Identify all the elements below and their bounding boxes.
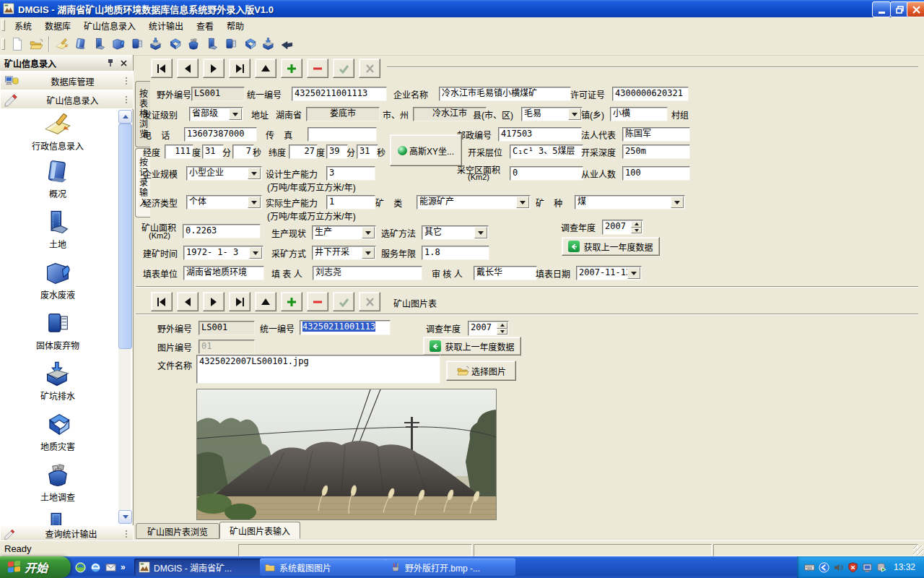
fill-unit-input[interactable]: 湖南省地质环境: [183, 266, 264, 280]
mail-icon[interactable]: [105, 562, 116, 573]
menu-mine-info-entry[interactable]: 矿山信息录入: [77, 17, 142, 34]
keyboard-icon[interactable]: [804, 562, 815, 573]
cert-level-select[interactable]: 省部级: [189, 107, 243, 121]
nav-add-button[interactable]: [281, 59, 302, 78]
pic-nav-confirm-button[interactable]: [333, 292, 354, 311]
lat-sec-input[interactable]: 31: [357, 144, 378, 159]
menu-help[interactable]: 帮助: [220, 17, 250, 34]
design-capacity-input[interactable]: 3: [326, 166, 375, 181]
scroll-up-icon[interactable]: [118, 110, 132, 124]
toolbar-box-button[interactable]: [259, 35, 278, 53]
toolbar-overview-button[interactable]: [71, 35, 90, 53]
nav-delete-button[interactable]: [307, 59, 328, 78]
town-input[interactable]: 小横: [610, 107, 668, 121]
internet-explorer-icon[interactable]: [90, 562, 101, 573]
actual-capacity-input[interactable]: 1: [326, 195, 375, 210]
toolbar-export-button[interactable]: [278, 35, 297, 53]
toolbar-new-button[interactable]: [8, 35, 27, 53]
tray-clock[interactable]: 13:32: [894, 562, 915, 572]
spinner-icons[interactable]: [497, 322, 507, 335]
nav-prev-button[interactable]: [177, 59, 199, 78]
mine-area-input[interactable]: 0.2263: [183, 224, 261, 238]
auditor-input[interactable]: 戴长华: [474, 266, 537, 280]
enterprise-name-input[interactable]: 冷水江市毛易镇小横煤矿: [439, 87, 571, 101]
dropdown-icon[interactable]: [362, 227, 375, 238]
nav-cancel-button[interactable]: [359, 59, 380, 78]
security-shield-icon[interactable]: [847, 562, 858, 573]
dropdown-icon[interactable]: [627, 267, 640, 279]
service-life-input[interactable]: 1.8: [422, 246, 489, 260]
sidebar-group-query-stats[interactable]: 查询统计输出: [0, 525, 134, 542]
taskbar-task-dmgis[interactable]: DMGIS - 湖南省矿...: [134, 558, 264, 576]
scroll-down-icon[interactable]: [118, 510, 132, 524]
pic-nav-top-button[interactable]: [255, 292, 276, 311]
sidebar-item-overview[interactable]: 概况: [0, 158, 116, 199]
fax-input[interactable]: [308, 127, 377, 142]
toolbar-stats-button[interactable]: [203, 35, 222, 53]
toolbar-land-survey-button[interactable]: [184, 35, 203, 53]
dropdown-icon[interactable]: [568, 108, 581, 120]
spinner-icons[interactable]: [631, 221, 642, 233]
sidebar-scrollbar[interactable]: [118, 110, 131, 524]
menu-stats-output[interactable]: 统计输出: [142, 17, 190, 34]
fill-date-select[interactable]: 2007-11-13: [576, 266, 642, 280]
toolbar-solid-waste-button[interactable]: [128, 35, 147, 53]
sidebar-item-solid-waste[interactable]: 固体废弃物: [0, 309, 116, 351]
pin-icon[interactable]: [105, 57, 116, 69]
close-button[interactable]: [907, 1, 924, 17]
dropdown-icon[interactable]: [229, 108, 242, 120]
messenger-icon[interactable]: [75, 562, 86, 573]
sidebar-group-database[interactable]: 数据库管理: [0, 71, 134, 91]
file-name-input[interactable]: 4325022007LS00101.jpg: [196, 355, 440, 384]
dropdown-icon[interactable]: [516, 197, 529, 208]
mineral-class-select[interactable]: 能源矿产: [417, 195, 531, 210]
resize-grip[interactable]: [913, 545, 923, 556]
taskbar-task-paint[interactable]: 野外版打开.bmp -...: [385, 558, 515, 576]
phone-input[interactable]: 13607387000: [184, 127, 257, 142]
choose-picture-button[interactable]: 选择图片: [446, 361, 516, 381]
production-status-select[interactable]: 生产: [312, 225, 376, 240]
dropdown-icon[interactable]: [249, 247, 262, 259]
lon-min-input[interactable]: 31: [202, 144, 224, 159]
pic-nav-next-button[interactable]: [203, 292, 225, 311]
dropdown-icon[interactable]: [248, 197, 261, 208]
dropdown-icon[interactable]: [474, 227, 487, 238]
toolbar-wastewater-button[interactable]: [109, 35, 128, 53]
tab-picture-input[interactable]: 矿山图片表输入: [219, 522, 300, 539]
sidebar-item-geo-hazard[interactable]: 地质灾害: [0, 410, 116, 452]
mining-layer-input[interactable]: C₁c¹ 3、5煤层: [510, 144, 583, 159]
sidebar-item-admin-entry[interactable]: 行政信息录入: [0, 110, 116, 152]
dropdown-icon[interactable]: [362, 247, 375, 259]
toolbar-buildings-button[interactable]: [240, 35, 259, 53]
dropdown-icon[interactable]: [248, 168, 261, 179]
pic-no-input[interactable]: 01: [199, 340, 255, 354]
sidebar-group-mine-entry[interactable]: 矿山信息录入: [0, 90, 134, 110]
nav-confirm-button[interactable]: [333, 59, 354, 78]
sidebar-item-land[interactable]: 土地: [0, 208, 116, 250]
pic-nav-first-button[interactable]: [151, 292, 173, 311]
pic-field-no-input[interactable]: LS001: [199, 321, 255, 335]
start-button[interactable]: 开始: [0, 556, 71, 578]
language-bar-icon[interactable]: [819, 562, 829, 573]
nav-next-button[interactable]: [203, 59, 225, 78]
build-time-select[interactable]: 1972- 1- 3: [183, 246, 263, 260]
toolbar-pit-drainage-button[interactable]: [147, 35, 165, 53]
toolbar-geo-hazard-button[interactable]: [165, 35, 184, 53]
sidebar-item-pit-drainage[interactable]: 矿坑排水: [0, 360, 116, 402]
toolbar-grip[interactable]: [1, 38, 5, 50]
sidebar-item-wastewater[interactable]: 废水废液: [0, 259, 116, 301]
scrollbar-thumb[interactable]: [118, 124, 132, 349]
mineral-kind-select[interactable]: 煤: [575, 195, 685, 210]
mining-method-select[interactable]: 井下开采: [312, 246, 376, 260]
county-select[interactable]: 毛易: [521, 107, 583, 121]
filler-input[interactable]: 刘志尧: [313, 266, 422, 280]
field-no-input[interactable]: LS001: [191, 87, 245, 101]
lat-min-input[interactable]: 39: [326, 144, 348, 159]
database-sync-icon[interactable]: [876, 562, 887, 573]
unified-no-input[interactable]: 43250211001113: [292, 87, 387, 101]
sidebar-close-icon[interactable]: [118, 57, 129, 69]
goaf-area-input[interactable]: 0: [510, 166, 583, 181]
menu-database[interactable]: 数据库: [38, 17, 77, 34]
pic-nav-prev-button[interactable]: [177, 292, 199, 311]
workers-input[interactable]: 100: [622, 166, 690, 181]
